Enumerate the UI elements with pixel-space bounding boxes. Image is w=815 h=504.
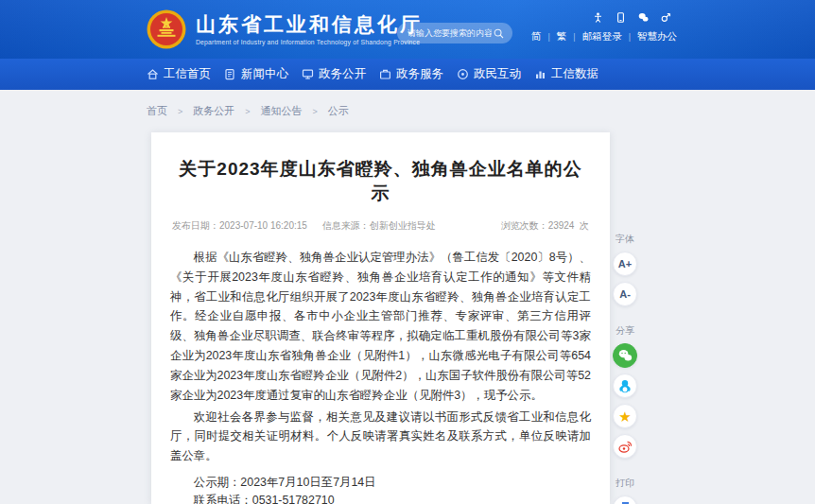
public-notice-period: 公示期：2023年7月10日至7月14日 <box>170 474 591 492</box>
disclosure-icon <box>302 68 314 80</box>
share-wechat-button[interactable] <box>613 343 637 368</box>
share-qq-button[interactable] <box>613 374 637 398</box>
contact-info: 公示期：2023年7月10日至7月14日 联系电话：0531-51782710 … <box>170 474 591 504</box>
article-body: 根据《山东省瞪羚、独角兽企业认定管理办法》（鲁工信发〔2020〕8号）、《关于开… <box>170 248 591 466</box>
news-icon <box>224 68 236 80</box>
side-toolbar: 字体 A+ A- 分享 ★ 打印 <box>610 233 640 504</box>
nav-label: 政务服务 <box>396 66 443 82</box>
nav-label: 新闻中心 <box>241 66 288 82</box>
mobile-icon[interactable] <box>616 12 626 23</box>
link-separator: | <box>547 32 549 42</box>
article-meta: 发布日期：2023-07-10 16:20:15 信息来源：创新创业指导处 浏览… <box>170 219 591 240</box>
search-input[interactable] <box>406 27 494 39</box>
nav-label: 政务公开 <box>319 66 366 82</box>
qq-icon <box>618 379 632 393</box>
nav-item-disclosure[interactable]: 政务公开 <box>302 66 366 82</box>
print-button[interactable] <box>613 495 637 504</box>
share-favorite-button[interactable]: ★ <box>613 404 637 428</box>
publish-date: 发布日期：2023-07-10 16:20:15 <box>172 219 307 233</box>
breadcrumb-disclosure[interactable]: 政务公开 <box>193 104 234 118</box>
wechat-icon <box>618 349 633 362</box>
print-label: 打印 <box>616 477 634 490</box>
breadcrumb: 首页 > 政务公开 > 通知公告 > 公示 <box>147 104 349 118</box>
site-subtitle: Department of Industry and Information T… <box>196 39 423 45</box>
national-emblem-icon <box>147 9 186 49</box>
breadcrumb-home[interactable]: 首页 <box>147 104 167 118</box>
nav-item-service[interactable]: 政务服务 <box>379 66 443 82</box>
link-mail-login[interactable]: 邮箱登录 <box>582 30 622 43</box>
nav-label: 政民互动 <box>474 66 521 82</box>
site-logo[interactable]: 山东省工业和信息化厅 Department of Industry and In… <box>147 9 423 49</box>
font-size-label: 字体 <box>616 233 634 246</box>
font-increase-button[interactable]: A+ <box>613 252 637 276</box>
interaction-icon <box>457 68 469 80</box>
header-banner: 山东省工业和信息化厅 Department of Industry and In… <box>0 0 815 59</box>
link-smart-office[interactable]: 智慧办公 <box>637 30 677 43</box>
share-weibo-button[interactable] <box>613 434 637 459</box>
article-card: 关于2023年度山东省瞪羚、独角兽企业名单的公示 发布日期：2023-07-10… <box>151 132 610 504</box>
breadcrumb-separator: > <box>313 107 318 116</box>
star-icon: ★ <box>618 409 631 424</box>
page-title: 关于2023年度山东省瞪羚、独角兽企业名单的公示 <box>170 157 591 206</box>
nav-label: 工信数据 <box>551 66 598 82</box>
header-quick-links: 简 | 繁 | 邮箱登录 | 智慧办公 <box>562 30 677 43</box>
paragraph: 欢迎社会各界参与监督，相关意见及建议请以书面形式反馈省工业和信息化厅，同时提交相… <box>170 408 591 466</box>
accessibility-icon[interactable] <box>593 12 603 23</box>
breadcrumb-notices[interactable]: 通知公告 <box>261 104 303 118</box>
nav-item-data[interactable]: 工信数据 <box>534 66 598 82</box>
link-separator: | <box>629 32 631 42</box>
breadcrumb-separator: > <box>245 107 250 116</box>
font-decrease-button[interactable]: A- <box>613 282 637 306</box>
search-icon[interactable] <box>494 28 504 39</box>
view-count: 浏览次数：23924 次 <box>501 219 589 233</box>
service-icon <box>379 68 391 80</box>
home-icon <box>147 68 159 80</box>
link-traditional[interactable]: 繁 <box>557 30 567 43</box>
header-utility-icons <box>562 12 677 23</box>
breadcrumb-current[interactable]: 公示 <box>328 104 349 118</box>
data-icon <box>534 68 546 80</box>
nav-item-interaction[interactable]: 政民互动 <box>457 66 521 82</box>
share-label: 分享 <box>616 324 634 338</box>
nav-item-home[interactable]: 工信首页 <box>147 66 211 82</box>
breadcrumb-separator: > <box>178 107 182 116</box>
search-box[interactable] <box>397 23 512 43</box>
link-separator: | <box>573 32 575 42</box>
nav-item-news[interactable]: 新闻中心 <box>224 66 288 82</box>
site-title: 山东省工业和信息化厅 <box>196 13 423 35</box>
link-simplified[interactable]: 简 <box>531 30 542 43</box>
main-nav: 工信首页 新闻中心 政务公开 政务服务 <box>0 59 815 90</box>
nav-label: 工信首页 <box>164 66 211 82</box>
contact-phone: 联系电话：0531-51782710 <box>170 492 591 504</box>
info-source: 信息来源：创新创业指导处 <box>322 219 436 233</box>
share-icon[interactable] <box>661 12 671 23</box>
wechat-icon[interactable] <box>638 12 649 23</box>
paragraph: 根据《山东省瞪羚、独角兽企业认定管理办法》（鲁工信发〔2020〕8号）、《关于开… <box>170 248 591 406</box>
weibo-icon <box>618 440 633 453</box>
